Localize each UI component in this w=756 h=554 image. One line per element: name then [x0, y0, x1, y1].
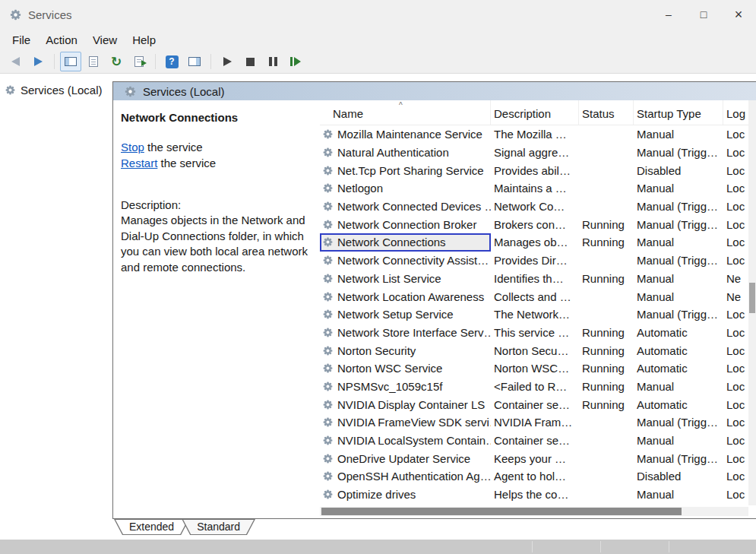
service-status-cell: Running	[579, 341, 634, 359]
table-row[interactable]: Network Connection BrokerBrokers con…Run…	[320, 215, 756, 233]
tree-item-services-local[interactable]: Services (Local)	[0, 84, 112, 97]
menu-view[interactable]: View	[85, 31, 125, 49]
refresh-button[interactable]: ↻	[106, 52, 127, 71]
properties-button[interactable]	[83, 52, 104, 71]
service-description-cell: Manages ob…	[491, 233, 579, 252]
table-row[interactable]: NVIDIA FrameView SDK servi…NVIDIA Fram…M…	[320, 413, 756, 432]
window-title: Services	[28, 8, 72, 21]
table-row[interactable]: OneDrive Updater ServiceKeeps your …Manu…	[320, 449, 756, 467]
service-startup-type-cell: Automatic	[634, 341, 723, 359]
pause-service-button[interactable]	[262, 52, 283, 71]
workspace: Services (Local) Services (Local) Networ…	[0, 74, 756, 540]
table-row[interactable]: NetlogonMaintains a …ManualLoc	[320, 179, 756, 198]
tab-label: Extended	[114, 519, 189, 534]
column-header-name[interactable]: Name^	[320, 100, 491, 125]
menu-help[interactable]: Help	[125, 31, 163, 49]
service-description-cell: Identifies th…	[491, 270, 579, 288]
service-name-cell: Mozilla Maintenance Service	[320, 125, 491, 144]
pause-icon	[269, 57, 277, 66]
column-header-row: Name^DescriptionStatusStartup TypeLog	[320, 100, 756, 125]
column-header-status[interactable]: Status	[579, 100, 634, 125]
table-row[interactable]: Net.Tcp Port Sharing ServiceProvides abi…	[320, 161, 756, 179]
tab-extended[interactable]: Extended	[114, 519, 189, 535]
vertical-scrollbar-thumb[interactable]	[749, 283, 755, 313]
panel-content: Network Connections Stop the serviceRest…	[113, 100, 756, 518]
service-description-cell: Norton WSC…	[491, 359, 579, 378]
service-name-label: Network Connection Broker	[337, 218, 476, 231]
restart-service-link[interactable]: Restart	[121, 157, 157, 169]
table-row[interactable]: NPSMSvc_1059c15f<Failed to R…RunningManu…	[320, 378, 756, 396]
table-row[interactable]: Network Connectivity Assist…Provides Dir…	[320, 252, 756, 270]
menu-file[interactable]: File	[5, 31, 38, 49]
minimize-button[interactable]: –	[651, 0, 686, 29]
forward-button[interactable]	[27, 52, 49, 71]
column-header-description[interactable]: Description	[491, 100, 579, 125]
service-description-cell: Brokers con…	[491, 215, 579, 233]
service-name-label: Network Store Interface Serv…	[337, 326, 491, 339]
service-name-label: Network Setup Service	[337, 308, 454, 321]
refresh-icon: ↻	[111, 55, 122, 68]
description-label: Description:	[121, 198, 312, 211]
service-name-label: NVIDIA Display Container LS	[337, 398, 485, 411]
table-row[interactable]: Optimize drivesHelps the co…ManualLoc	[320, 486, 756, 504]
horizontal-scrollbar-thumb[interactable]	[321, 508, 682, 515]
close-button[interactable]: ×	[721, 0, 756, 29]
service-name-cell: Net.Tcp Port Sharing Service	[320, 161, 491, 179]
gear-icon	[322, 345, 334, 356]
table-row[interactable]: Network ConnectionsManages ob…RunningMan…	[320, 233, 756, 252]
service-description-cell: Provides abil…	[491, 161, 579, 179]
service-status-cell: Running	[579, 324, 634, 342]
service-name-cell: Natural Authentication	[320, 144, 491, 162]
maximize-button[interactable]: □	[686, 0, 721, 29]
help-button[interactable]: ?	[161, 52, 182, 71]
service-name-label: Norton WSC Service	[337, 362, 442, 375]
table-row[interactable]: OpenSSH Authentication Ag…Agent to hol…D…	[320, 467, 756, 486]
service-name-cell: Netlogon	[320, 179, 491, 198]
stop-service-link[interactable]: Stop	[121, 141, 144, 154]
gear-icon	[322, 201, 334, 212]
menu-action[interactable]: Action	[38, 31, 85, 49]
table-row[interactable]: Mozilla Maintenance ServiceThe Mozilla ……	[320, 125, 756, 144]
service-description-cell: Signal aggre…	[491, 144, 579, 162]
arrow-left-icon	[11, 57, 20, 66]
doc-lines-icon	[89, 56, 98, 67]
table-row[interactable]: Network Setup ServiceThe Network…Manual …	[320, 305, 756, 324]
show-hide-console-tree-button[interactable]	[60, 52, 81, 71]
show-hide-action-pane-button[interactable]	[184, 52, 205, 71]
app-icon	[9, 8, 22, 21]
service-name-cell: Optimize drives	[320, 486, 491, 504]
help-icon: ?	[166, 55, 179, 68]
table-row[interactable]: NVIDIA Display Container LSContainer se……	[320, 395, 756, 413]
service-name-cell: Network Connections	[320, 233, 491, 252]
tab-standard[interactable]: Standard	[182, 519, 255, 535]
back-button[interactable]	[5, 52, 26, 71]
table-row[interactable]: Norton SecurityNorton Secu…RunningAutoma…	[320, 341, 756, 359]
bottom-strip	[0, 540, 756, 554]
table-row[interactable]: Network List ServiceIdentifies th…Runnin…	[320, 270, 756, 288]
restart-service-button[interactable]	[285, 52, 306, 71]
service-startup-type-cell: Manual	[634, 432, 723, 450]
service-name-label: Norton Security	[337, 344, 416, 357]
gear-icon	[322, 219, 334, 230]
service-name-cell: Network Connection Broker	[320, 215, 491, 233]
gear-icon	[322, 128, 334, 140]
column-header-startup-type[interactable]: Startup Type	[634, 100, 723, 125]
service-description-cell: Keeps your …	[491, 449, 579, 467]
tree-item-label: Services (Local)	[21, 84, 103, 97]
table-row[interactable]: NVIDIA LocalSystem Contain…Container se……	[320, 432, 756, 450]
action-pane-icon	[188, 57, 201, 66]
start-service-button[interactable]	[217, 52, 238, 71]
stop-service-button[interactable]	[239, 52, 261, 71]
table-row[interactable]: Natural AuthenticationSignal aggre…Manua…	[320, 144, 756, 162]
service-startup-type-cell: Manual	[634, 486, 723, 504]
table-row[interactable]: Network Location AwarenessCollects and ……	[320, 287, 756, 305]
table-row[interactable]: Norton WSC ServiceNorton WSC…RunningAuto…	[320, 359, 756, 378]
horizontal-scrollbar[interactable]	[320, 507, 748, 516]
service-startup-type-cell: Manual	[634, 179, 723, 198]
table-row[interactable]: Network Connected Devices …Network Co…Ma…	[320, 198, 756, 216]
vertical-scrollbar[interactable]	[748, 100, 756, 505]
export-list-button[interactable]	[128, 52, 150, 71]
service-description-cell: Collects and …	[491, 287, 579, 305]
service-status-cell	[579, 287, 634, 305]
table-row[interactable]: Network Store Interface Serv…This servic…	[320, 324, 756, 342]
